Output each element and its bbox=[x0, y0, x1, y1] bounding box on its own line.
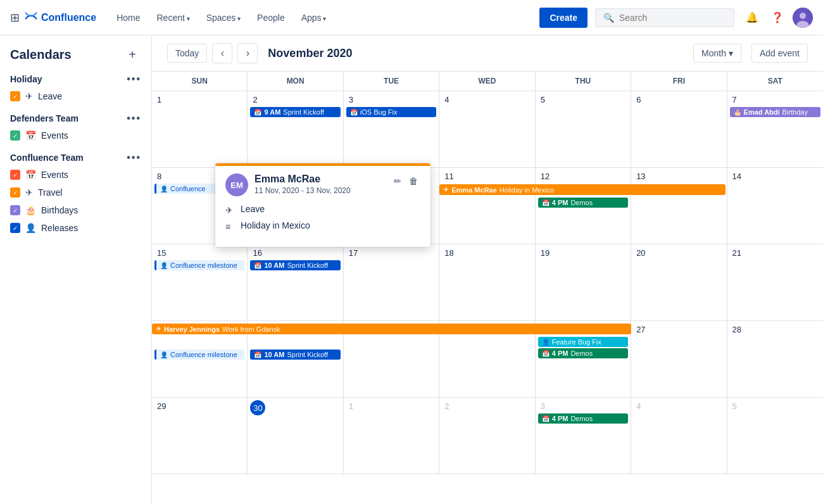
help-button[interactable]: ❓ bbox=[767, 8, 788, 28]
user-avatar[interactable] bbox=[793, 8, 813, 28]
popup-person-name: Emma McRae bbox=[254, 173, 351, 185]
date-dec-1: 1 bbox=[346, 400, 356, 412]
cell-nov-5[interactable]: 5 bbox=[536, 91, 631, 167]
sidebar-group-confluence-header: Confluence Team ••• bbox=[0, 149, 151, 166]
event-feature-bug-fix[interactable]: 👤 Feature Bug Fix bbox=[538, 337, 628, 347]
cell-nov-28[interactable]: 28 bbox=[727, 321, 823, 397]
confluence-group-menu[interactable]: ••• bbox=[127, 152, 141, 163]
holiday-group-menu[interactable]: ••• bbox=[127, 73, 141, 85]
day-header-mon: MON bbox=[248, 72, 343, 91]
sidebar-item-confluence-travel[interactable]: ✓ ✈ Travel bbox=[0, 184, 151, 201]
cell-nov-29[interactable]: 29 bbox=[152, 398, 248, 474]
event-sprint-kickoff-23[interactable]: 📅 10 AM Sprint Kickoff bbox=[250, 350, 340, 360]
popup-type-field: ✈ Leave bbox=[225, 204, 420, 215]
confluence-releases-checkbox[interactable]: ✓ bbox=[10, 223, 20, 233]
notifications-button[interactable]: 🔔 bbox=[742, 8, 762, 28]
cell-nov-6[interactable]: 6 bbox=[631, 91, 727, 167]
confluence-travel-checkbox[interactable]: ✓ bbox=[10, 187, 20, 198]
add-calendar-button[interactable]: + bbox=[123, 46, 141, 63]
cell-nov-14[interactable]: 14 bbox=[727, 168, 823, 244]
grid-icon[interactable]: ⊞ bbox=[10, 11, 20, 25]
date-nov-27: 27 bbox=[634, 324, 648, 336]
event-demos-12[interactable]: 📅 4 PM Demos bbox=[538, 198, 628, 208]
event-confluence-milestone-22[interactable]: 👤 Confluence milestone bbox=[154, 350, 244, 360]
search-icon: 🔍 bbox=[603, 13, 614, 23]
sidebar-item-confluence-birthdays[interactable]: ✓ 🎂 Birthdays bbox=[0, 201, 151, 219]
defenders-events-checkbox[interactable]: ✓ bbox=[10, 130, 20, 141]
popup-description-field: ≡ Holiday in Mexico bbox=[225, 220, 420, 232]
cell-dec-3[interactable]: 3 📅 4 PM Demos bbox=[536, 398, 631, 474]
sidebar-item-leave[interactable]: ✓ ✈ Leave bbox=[0, 87, 151, 105]
nav-apps[interactable]: Apps bbox=[294, 8, 334, 28]
sidebar-item-defenders-events[interactable]: ✓ 📅 Events bbox=[0, 127, 151, 144]
cell-nov-12[interactable]: 12 📅 4 PM Demos bbox=[536, 168, 631, 244]
cell-nov-4[interactable]: 4 bbox=[439, 91, 535, 167]
sidebar-item-confluence-releases[interactable]: ✓ 👤 Releases bbox=[0, 219, 151, 237]
next-month-button[interactable]: › bbox=[237, 43, 258, 63]
cell-dec-5[interactable]: 5 bbox=[727, 398, 823, 474]
date-nov-14: 14 bbox=[730, 170, 744, 182]
cell-nov-2[interactable]: 2 📅 9 AM Sprint Kickoff bbox=[248, 91, 343, 167]
date-nov-6: 6 bbox=[634, 94, 643, 106]
nav-home[interactable]: Home bbox=[109, 8, 148, 28]
confluence-events-checkbox[interactable]: ✓ bbox=[10, 170, 20, 180]
day-header-thu: THU bbox=[536, 72, 631, 91]
confluence-birthdays-checkbox[interactable]: ✓ bbox=[10, 205, 20, 215]
today-button[interactable]: Today bbox=[167, 44, 207, 63]
sidebar-item-confluence-events[interactable]: ✓ 📅 Events bbox=[0, 166, 151, 184]
event-sprint-kickoff-16[interactable]: 📅 10 AM Sprint Kickoff bbox=[250, 260, 340, 270]
nav-spaces[interactable]: Spaces bbox=[199, 8, 248, 28]
cell-nov-20[interactable]: 20 bbox=[631, 244, 727, 320]
cell-nov-19[interactable]: 19 bbox=[536, 244, 631, 320]
cell-nov-3[interactable]: 3 📅 iOS Bug Fix bbox=[344, 91, 439, 167]
calendar-day-headers: SUN MON TUE WED THU FRI SAT bbox=[152, 72, 823, 91]
defenders-group-menu[interactable]: ••• bbox=[127, 113, 141, 124]
topnav-icons: 🔔 ❓ bbox=[742, 8, 813, 28]
confluence-birthdays-label: Birthdays bbox=[41, 205, 78, 215]
event-confluence-milestone-15[interactable]: 👤 Confluence milestone bbox=[154, 260, 244, 270]
cell-dec-4[interactable]: 4 bbox=[631, 398, 727, 474]
nav-recent[interactable]: Recent bbox=[149, 8, 197, 28]
topnav-nav: Home Recent Spaces People Apps bbox=[109, 8, 537, 28]
nav-people[interactable]: People bbox=[249, 8, 292, 28]
event-emma-mexico[interactable]: ✈ Emma McRae Holiday in Mexico bbox=[439, 184, 725, 195]
cell-nov-21[interactable]: 21 bbox=[727, 244, 823, 320]
event-emad-birthday[interactable]: 🎂 Emad Abdi Birthday bbox=[730, 107, 820, 117]
leave-checkbox[interactable]: ✓ bbox=[10, 91, 20, 101]
confluence-events-icon: 📅 bbox=[25, 170, 36, 180]
event-harvey-gdansk[interactable]: ✈ Harvey Jennings Work from Gdansk bbox=[152, 324, 631, 334]
create-button[interactable]: Create bbox=[539, 8, 587, 28]
cell-nov-7[interactable]: 7 🎂 Emad Abdi Birthday bbox=[727, 91, 823, 167]
cell-nov-18[interactable]: 18 bbox=[439, 244, 535, 320]
event-sprint-kickoff-2[interactable]: 📅 9 AM Sprint Kickoff bbox=[250, 107, 340, 117]
cell-nov-11[interactable]: 11 ✈ Emma McRae Holiday in Mexico bbox=[439, 168, 535, 244]
search-input[interactable] bbox=[619, 13, 726, 23]
cell-dec-1[interactable]: 1 bbox=[344, 398, 439, 474]
cell-nov-1[interactable]: 1 bbox=[152, 91, 248, 167]
edit-button[interactable]: ✏ bbox=[391, 173, 404, 189]
date-nov-5: 5 bbox=[538, 94, 548, 106]
prev-month-button[interactable]: ‹ bbox=[212, 43, 232, 63]
cell-nov-17[interactable]: 17 bbox=[344, 244, 439, 320]
date-nov-19: 19 bbox=[538, 247, 552, 259]
cell-nov-13[interactable]: 13 bbox=[631, 168, 727, 244]
event-ios-bug-fix[interactable]: 📅 iOS Bug Fix bbox=[346, 107, 436, 117]
confluence-birthdays-icon: 🎂 bbox=[25, 205, 36, 215]
event-demos-26[interactable]: 📅 4 PM Demos bbox=[538, 348, 628, 358]
delete-button[interactable]: 🗑 bbox=[406, 173, 420, 189]
event-demos-dec-3[interactable]: 📅 4 PM Demos bbox=[538, 413, 628, 424]
cell-nov-16[interactable]: 16 📅 10 AM Sprint Kickoff bbox=[248, 244, 343, 320]
logo[interactable]: Confluence bbox=[25, 9, 96, 25]
cell-nov-27[interactable]: 27 bbox=[631, 321, 727, 397]
cell-dec-2[interactable]: 2 bbox=[439, 398, 535, 474]
popup-header: EM Emma McRae 11 Nov, 2020 - 13 Nov, 202… bbox=[225, 173, 420, 196]
add-event-button[interactable]: Add event bbox=[751, 44, 808, 63]
cell-nov-30[interactable]: 30 bbox=[248, 398, 343, 474]
view-selector-button[interactable]: Month ▾ bbox=[693, 44, 741, 63]
sidebar-header: Calendars + bbox=[0, 46, 151, 71]
date-dec-5: 5 bbox=[730, 400, 739, 412]
cell-nov-15[interactable]: 15 👤 Confluence milestone bbox=[152, 244, 248, 320]
day-header-fri: FRI bbox=[631, 72, 727, 91]
travel-icon: ✈ bbox=[156, 325, 161, 333]
search-bar[interactable]: 🔍 bbox=[595, 8, 734, 27]
